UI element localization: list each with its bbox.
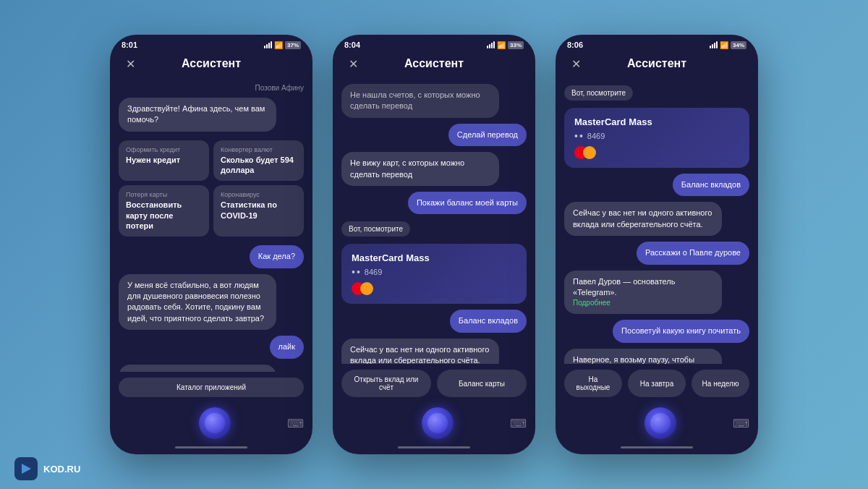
mic-area-3: ⌨	[564, 404, 749, 442]
qa-card-loss[interactable]: Потеря карты Восстановить карту после по…	[119, 185, 209, 237]
qa-credit[interactable]: Оформить кредит Нужен кредит	[119, 140, 209, 182]
qa-credit-label: Оформить кредит	[126, 146, 202, 153]
qa-covid-label: Коронавирус	[221, 191, 297, 198]
bubble-stable: У меня всё стабильно, а вот людям для ду…	[119, 274, 276, 331]
card-dots-2: ••	[352, 266, 362, 278]
bubble-like-response: Ваш лайк — это лучшая мотивация для меня…	[119, 365, 276, 372]
bottom-1: Каталог приложений ⌨	[110, 372, 312, 454]
bubble-transfer: Сделай перевод	[448, 124, 527, 146]
battery-icon-3: 34%	[731, 41, 746, 49]
bubble-no-deposits: Сейчас у вас нет ни одного активного вкл…	[341, 339, 499, 364]
mic-orb-2[interactable]	[422, 407, 454, 439]
open-deposit-btn[interactable]: Открыть вклад или счёт	[341, 370, 431, 397]
keyboard-icon-1[interactable]: ⌨	[287, 417, 304, 430]
qa-currency-label: Конвертер валют	[221, 146, 297, 153]
brand-name: KOD.RU	[43, 464, 80, 475]
battery-icon-1: 37%	[285, 41, 301, 49]
wifi-icon-3: 📶	[720, 41, 728, 49]
status-bar-1: 8:01 📶 37%	[110, 35, 312, 52]
bubble-greeting: Здравствуйте! Афина здесь, чем вам помоч…	[119, 98, 276, 132]
title-2: Ассистент	[344, 57, 524, 70]
mic-orb-inner-1	[205, 413, 225, 433]
chip-tomorrow[interactable]: На завтра	[628, 370, 686, 397]
mic-orb-3[interactable]	[644, 407, 676, 439]
quick-actions-1: Оформить кредит Нужен кредит Конвертер в…	[119, 140, 304, 237]
bubble-deposits: Баланс вкладов	[450, 310, 527, 332]
chat-area-2: Не нашла счетов, с которых можно сделать…	[333, 78, 535, 364]
keyboard-icon-2[interactable]: ⌨	[510, 417, 527, 430]
bubble-pavel-response: Павел Дуров — основатель «Telegram». Под…	[564, 271, 722, 315]
mc-orange-2	[360, 282, 373, 295]
time-1: 8:01	[122, 41, 137, 49]
title-1: Ассистент	[122, 57, 301, 70]
bubble-no-accounts: Не нашла счетов, с которых можно сделать…	[341, 84, 499, 118]
suggest-row-2: Вот, посмотрите	[341, 221, 527, 237]
chip-week[interactable]: На неделю	[692, 370, 749, 397]
mic-orb-1[interactable]	[199, 407, 231, 439]
time-2: 8:04	[344, 41, 360, 49]
svg-marker-0	[22, 464, 31, 474]
status-bar-2: 8:04 📶 33%	[333, 35, 535, 52]
bubble-book: Посоветуй какую книгу почитать	[613, 320, 749, 342]
mic-area-1: ⌨	[119, 404, 304, 442]
bottom-3: На выходные На завтра На неделю ⌨	[556, 364, 758, 454]
suggest-chip-look[interactable]: Вот, посмотрите	[341, 221, 410, 237]
bubble-how-are-you: Как дела?	[250, 245, 304, 268]
phone-1: 8:01 📶 37% ✕ Ассистент Позови Афину Здра…	[110, 35, 312, 454]
pavel-link[interactable]: Подробнее	[573, 298, 713, 308]
bubble-book-response: Наверное, я возьму паузу, чтобы подумать	[564, 349, 722, 364]
qa-currency[interactable]: Конвертер валют Сколько будет 594 доллар…	[213, 140, 304, 182]
qa-credit-value: Нужен кредит	[126, 155, 202, 165]
mastercard-logo-3	[574, 146, 739, 159]
title-3: Ассистент	[567, 57, 746, 70]
status-icons-3: 📶 34%	[710, 41, 746, 49]
chat-area-3: Вот, посмотрите MasterCard Mass •• 8469 …	[556, 78, 758, 364]
pavel-main: Павел Дуров — основатель «Telegram».	[573, 276, 713, 299]
phone-2: 8:04 📶 33% ✕ Ассистент Не нашла счетов, …	[333, 35, 535, 454]
card-balance-btn[interactable]: Баланс карты	[437, 370, 527, 397]
status-bar-3: 8:06 📶 34%	[556, 35, 758, 52]
card-widget-2: MasterCard Mass •• 8469	[341, 244, 527, 304]
card-dots-3: ••	[574, 130, 584, 142]
wifi-icon-2: 📶	[497, 41, 506, 49]
home-indicator-2	[398, 446, 470, 448]
hint-1: Позови Афину	[119, 84, 304, 92]
mc-orange-3	[583, 146, 596, 159]
chat-area-1: Позови Афину Здравствуйте! Афина здесь, …	[110, 78, 312, 372]
phones-container: 8:01 📶 37% ✕ Ассистент Позови Афину Здра…	[110, 35, 758, 454]
mastercard-logo-2	[352, 282, 516, 295]
bottom-2: Открыть вклад или счёт Баланс карты ⌨	[333, 364, 535, 454]
catalog-btn[interactable]: Каталог приложений	[119, 378, 304, 397]
home-indicator-3	[621, 446, 693, 448]
card-widget-3: MasterCard Mass •• 8469	[564, 108, 749, 168]
bubble-no-cards: Не вижу карт, с которых можно сделать пе…	[341, 152, 499, 186]
bubble-show-balance: Покажи баланс моей карты	[408, 192, 527, 214]
mic-area-2: ⌨	[341, 404, 527, 442]
bubble-like: лайк	[270, 336, 305, 358]
time-3: 8:06	[567, 41, 583, 49]
card-number-val-2: 8469	[365, 268, 382, 276]
card-title-3: MasterCard Mass	[574, 116, 739, 127]
bottom-buttons-2: Открыть вклад или счёт Баланс карты	[341, 370, 527, 397]
card-title-2: MasterCard Mass	[352, 252, 516, 263]
signal-icon-1	[264, 41, 272, 48]
chip-weekend[interactable]: На выходные	[564, 370, 622, 397]
bubble-deposits-3: Баланс вкладов	[673, 174, 749, 196]
qa-covid[interactable]: Коронавирус Статистика по COVID-19	[213, 185, 304, 237]
suggest-row-3: Вот, посмотрите	[564, 85, 749, 101]
card-number-2: •• 8469	[352, 266, 516, 278]
qa-currency-value: Сколько будет 594 доллара	[221, 155, 297, 176]
mic-orb-inner-2	[427, 413, 448, 433]
qa-card-loss-value: Восстановить карту после потери	[126, 200, 202, 231]
header-3: ✕ Ассистент	[556, 52, 758, 78]
suggest-chip-look-3[interactable]: Вот, посмотрите	[564, 85, 633, 101]
card-number-3: •• 8469	[574, 130, 739, 142]
keyboard-icon-3[interactable]: ⌨	[733, 417, 749, 430]
phone-3: 8:06 📶 34% ✕ Ассистент Вот, посмотрите M…	[556, 35, 758, 454]
battery-icon-2: 33%	[508, 41, 524, 49]
status-icons-2: 📶 33%	[487, 41, 524, 49]
qa-covid-value: Статистика по COVID-19	[221, 200, 297, 221]
signal-icon-2	[487, 41, 495, 48]
wifi-icon-1: 📶	[274, 41, 283, 49]
brand-logo	[14, 457, 38, 480]
